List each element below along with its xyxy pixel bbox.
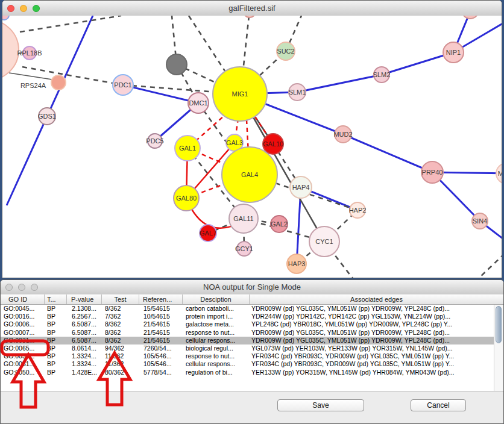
cell-description: cellular respons... (183, 360, 250, 368)
column-header-associated-edges[interactable]: Associated edges (250, 295, 503, 304)
cell-p-value: 1.428E... (67, 369, 102, 376)
table-row[interactable]: GO:0045...BP2.1308...8/36215/54615carbon… (1, 305, 494, 313)
cell-p-value: 1.3324... (67, 352, 102, 360)
network-edge (297, 75, 382, 92)
cell-type: BP (45, 369, 67, 376)
column-header-referen[interactable]: Referen... (139, 295, 183, 304)
cell-description: protein import i... (183, 313, 250, 320)
network-graph: RPL18BRPS24AGDS1PDC1MIG1SUC2SLM1DMC1SLM2… (2, 16, 502, 278)
cell-description: response to nut... (183, 352, 250, 360)
cell-associated-edges: YDR009W (pd) YGL035C, YML051W (pp) YDR00… (250, 305, 494, 313)
node-label-dmc1: DMC1 (189, 99, 207, 107)
table-row[interactable]: GO:0006...BP6.5087...8/36221/54615galact… (1, 320, 494, 328)
table-row[interactable]: GO:0031...BP1.3324...11/362105/546...cel… (1, 360, 494, 368)
node-label-slm2: SLM2 (373, 71, 391, 78)
node-large-cut[interactable] (2, 20, 19, 80)
cell-test: 11/362 (102, 360, 139, 368)
cell-reference: 21/54615 (139, 320, 183, 328)
node-label-pdc1: PDC1 (114, 81, 131, 89)
network-canvas[interactable]: RPL18BRPS24AGDS1PDC1MIG1SUC2SLM1DMC1SLM2… (2, 16, 502, 278)
cell-go-id: GO:0045... (1, 305, 45, 313)
cell-type: BP (45, 320, 67, 328)
save-button[interactable]: Save (277, 399, 364, 411)
cell-go-id: GO:0050... (1, 369, 45, 376)
column-header-p-value[interactable]: P-value (67, 295, 102, 304)
network-edge (479, 254, 502, 278)
cell-associated-edges: YDR244W (pp) YDR142C, YDR142C (pp) YGL15… (250, 313, 494, 320)
cell-reference: 15/54615 (139, 305, 183, 313)
cell-description: carbon cataboli... (183, 305, 250, 313)
footer-bar: Save Cancel (1, 391, 503, 423)
node-gray[interactable] (166, 54, 187, 75)
column-header-desciption[interactable]: Desciption (183, 295, 250, 304)
node-label-gal4: GAL4 (241, 171, 258, 178)
node-label-mud2: MUD2 (333, 131, 352, 138)
desktop: { "network_window": { "title": "galFilte… (0, 0, 504, 424)
node-label-hap4: HAP4 (292, 184, 310, 191)
node-corner-cut[interactable] (2, 16, 9, 20)
network-edge (9, 73, 56, 80)
cell-description: regulation of bi... (183, 369, 250, 376)
noa-window-title: NOA output for Single Mode (1, 282, 503, 292)
cell-go-id: GO:0006... (1, 320, 45, 328)
cell-test: 8/362 (102, 329, 139, 337)
node-top-cut[interactable] (244, 16, 256, 17)
column-header-t[interactable]: T... (45, 295, 67, 304)
cell-p-value: 2.1308... (67, 305, 102, 313)
cell-associated-edges: YER133W (pp) YOR315W, YNL145W (pd) YHR08… (250, 369, 494, 376)
node-label-sin4: SIN4 (473, 217, 487, 225)
node-label-gal1: GAL1 (179, 145, 196, 152)
cell-go-id: GO:0031... (1, 352, 45, 360)
table-row[interactable]: GO:0031...BP6.5087...8/36221/54615cellul… (1, 337, 494, 344)
network-window: galFiltered.sif RPL18BRPS24AGDS1PDC1MIG1… (2, 0, 502, 278)
cell-associated-edges: YPL248C (pd) YBR018C, YML051W (pp) YDR00… (250, 320, 494, 328)
table-row[interactable]: GO:0007...BP6.5087...8/36221/54615respon… (1, 329, 494, 337)
node-label-gal3: GAL3 (226, 139, 243, 146)
node-label-gal2: GAL2 (271, 220, 288, 228)
cell-reference: 21/54615 (139, 329, 183, 337)
node-label-gal10: GAL10 (263, 140, 283, 148)
network-window-title: galFiltered.sif (2, 4, 502, 13)
node-label-gal7: GAL7 (200, 229, 216, 237)
node-label-hap2: HAP2 (349, 207, 367, 214)
vertical-scrollbar[interactable] (494, 305, 503, 391)
column-header-go-id[interactable]: GO ID (1, 295, 45, 304)
cell-test: 80/362 (102, 369, 139, 376)
cell-test: 8/362 (102, 337, 139, 344)
cell-go-id: GO:0031... (1, 360, 45, 368)
column-header-test[interactable]: Test (102, 295, 139, 304)
table-row[interactable]: GO:0050...BP1.428E...80/3625778/54...reg… (1, 369, 494, 376)
table-body: GO:0045...BP2.1308...8/36215/54615carbon… (1, 305, 494, 391)
table-row[interactable]: GO:0065...BP8.0614...94/3627260/54...bio… (1, 344, 494, 352)
table-row[interactable]: GO:0031...BP1.3324...11/362105/546...res… (1, 352, 494, 360)
network-edge (20, 16, 121, 32)
cell-p-value: 6.5087... (67, 337, 102, 344)
table-row[interactable]: GO:0016...BP6.2567...7/36210/54615protei… (1, 313, 494, 320)
node-label-suc2: SUC2 (277, 48, 294, 55)
network-window-titlebar[interactable]: galFiltered.sif (2, 1, 502, 16)
node-label-pdc5: PDC5 (146, 137, 163, 145)
noa-window-titlebar[interactable]: NOA output for Single Mode (1, 280, 503, 295)
cell-go-id: GO:0007... (1, 329, 45, 337)
cell-reference: 21/54615 (139, 337, 183, 344)
cell-description: response to nut... (183, 329, 250, 337)
node-rps24a[interactable] (51, 75, 66, 90)
node-label-nip1: NIP1 (446, 49, 461, 56)
cell-go-id: GO:0016... (1, 313, 45, 320)
cell-reference: 105/546... (139, 352, 183, 360)
cell-associated-edges: YDR009W (pd) YGL035C, YML051W (pp) YDR00… (250, 337, 494, 344)
cell-test: 94/362 (102, 344, 139, 352)
cell-type: BP (45, 360, 67, 368)
cell-test: 7/362 (102, 313, 139, 320)
node-label-msl1: MSL1 (498, 170, 502, 177)
scrollbar-thumb[interactable] (496, 306, 502, 343)
node-label-prp40: PRP40 (422, 169, 443, 176)
cell-go-id: GO:0065... (1, 344, 45, 352)
network-edge (343, 134, 432, 172)
node-topright-cut[interactable] (462, 16, 479, 19)
cell-associated-edges: YGL073W (pd) YER103W, YER133W (pp) YOR31… (250, 344, 494, 352)
cancel-button[interactable]: Cancel (411, 399, 466, 411)
cell-test: 11/362 (102, 352, 139, 360)
node-label-slm1: SLM1 (289, 89, 306, 96)
cell-reference: 10/54615 (139, 313, 183, 320)
